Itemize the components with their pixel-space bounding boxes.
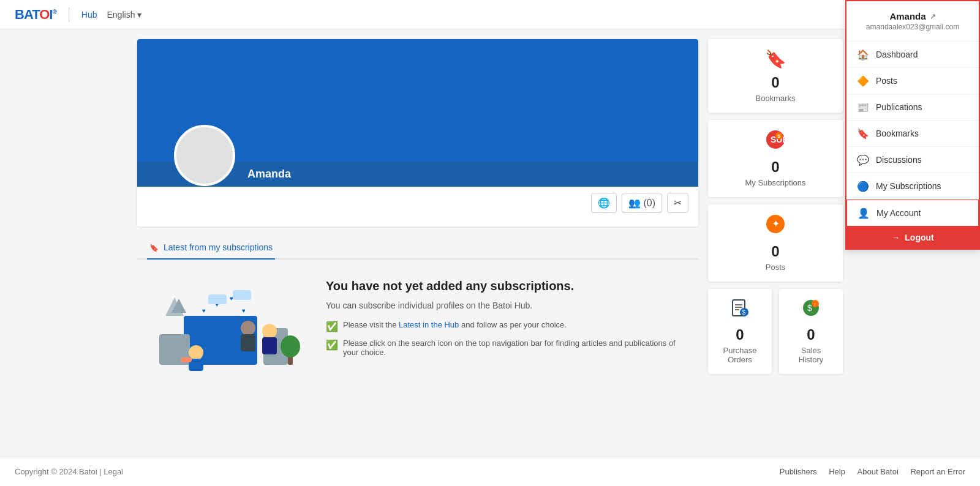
check-icon-2: ✅ — [326, 339, 338, 351]
profile-card: Amanda 🌐 👥 (0) ✂ — [137, 39, 698, 226]
dropdown-username: Amanda ↗ — [856, 11, 969, 21]
svg-text:$: $ — [807, 303, 812, 313]
main-container: Amanda 🌐 👥 (0) ✂ 🔖 Latest from my subscr… — [123, 29, 858, 408]
hub-link[interactable]: Hub — [81, 10, 97, 20]
purchase-orders-stat-card: $ 0 Purchase Orders — [708, 289, 772, 374]
empty-text: You have not yet added any subscriptions… — [326, 279, 688, 363]
sales-history-label: Sales History — [789, 346, 833, 364]
illustration: ♥ ♥ ♥ ♥ — [147, 279, 306, 379]
purchase-icon-svg: $ — [731, 299, 749, 317]
profile-name: Amanda — [247, 168, 291, 180]
dashboard-icon: 🏠 — [856, 48, 870, 61]
publishers-link[interactable]: Publishers — [780, 467, 817, 476]
svg-rect-6 — [181, 357, 192, 362]
avatar-wrapper — [174, 125, 235, 186]
menu-item-posts[interactable]: 🔶 Posts — [846, 68, 979, 94]
menu-item-bookmarks[interactable]: 🔖 Bookmarks — [846, 121, 979, 147]
svg-text:✦: ✦ — [772, 219, 780, 229]
subscriptions-illustration: ♥ ♥ ♥ ♥ — [147, 279, 306, 377]
bottom-stats-row: $ 0 Purchase Orders $ ↑ — [708, 289, 843, 374]
posts-count: 0 — [771, 243, 779, 260]
svg-point-4 — [189, 345, 203, 360]
bookmarks-count: 0 — [771, 74, 779, 91]
publications-icon: 📰 — [856, 100, 870, 114]
latest-hub-link[interactable]: Latest in the Hub — [399, 320, 459, 329]
subscriptions-count: 0 — [771, 159, 779, 176]
navbar: BATOI® Hub English ▾ 🔍 Amanda ↗ — [0, 0, 980, 29]
posts-icon-svg: ✦ — [766, 214, 785, 234]
empty-para: You can subscribe individual profiles on… — [326, 301, 688, 310]
brand: BATOI® Hub — [15, 7, 107, 23]
svg-rect-16 — [233, 290, 251, 300]
menu-item-my-account[interactable]: 👤 My Account — [846, 200, 979, 226]
posts-stat-icon: ✦ — [766, 214, 785, 238]
profile-banner — [137, 39, 698, 162]
about-link[interactable]: About Batoi — [858, 467, 899, 476]
globe-button[interactable]: 🌐 — [591, 193, 617, 213]
svg-rect-10 — [241, 334, 255, 351]
discussions-icon: 💬 — [856, 153, 870, 166]
hint-1: ✅ Please visit the Latest in the Hub and… — [326, 320, 688, 332]
profile-actions: 🌐 👥 (0) ✂ — [137, 187, 698, 219]
avatar — [174, 125, 235, 186]
help-link[interactable]: Help — [829, 467, 845, 476]
tab-subscriptions[interactable]: 🔖 Latest from my subscriptions — [147, 236, 275, 260]
bookmarks-stat-icon: 🔖 — [765, 49, 786, 69]
tab-bookmark-icon: 🔖 — [149, 244, 159, 252]
my-account-icon: 👤 — [857, 206, 870, 220]
hint-2: ✅ Please click on the search icon on the… — [326, 338, 688, 357]
dropdown-email: amandaalex023@gmail.com — [856, 23, 969, 31]
svg-text:♥: ♥ — [202, 307, 206, 314]
logout-button[interactable]: → Logout — [846, 226, 979, 249]
svg-rect-15 — [208, 294, 227, 304]
svg-point-9 — [241, 321, 255, 335]
sales-icon-svg: $ ↑ — [802, 299, 820, 317]
settings-button[interactable]: ✂ — [667, 193, 688, 213]
svg-rect-8 — [262, 337, 277, 354]
purchase-orders-label: Purchase Orders — [718, 346, 762, 364]
copyright: Copyright © 2024 Batoi | Legal — [15, 467, 123, 476]
menu-item-discussions[interactable]: 💬 Discussions — [846, 147, 979, 173]
svg-text:♥: ♥ — [242, 307, 246, 314]
svg-point-18 — [281, 335, 300, 357]
profile-section: Amanda 🌐 👥 (0) ✂ 🔖 Latest from my subscr… — [137, 39, 698, 398]
language-selector[interactable]: English ▾ — [107, 10, 142, 20]
sales-history-count: 0 — [807, 326, 815, 343]
user-dropdown-menu: Amanda ↗ amandaalex023@gmail.com 🏠 Dashb… — [845, 0, 980, 250]
sidebar: 🔖 0 Bookmarks SUB S 0 My — [708, 39, 843, 398]
footer-links: Publishers Help About Batoi Report an Er… — [770, 467, 965, 476]
sales-history-icon: $ ↑ — [802, 299, 820, 321]
bookmarks-menu-icon: 🔖 — [856, 127, 870, 140]
report-error-link[interactable]: Report an Error — [910, 467, 965, 476]
posts-stat-card: ✦ 0 Posts — [708, 204, 843, 282]
posts-icon: 🔶 — [856, 74, 870, 88]
svg-text:↑: ↑ — [813, 302, 816, 307]
subscriptions-label: My Subscriptions — [745, 178, 806, 187]
external-link-icon: ↗ — [930, 12, 936, 21]
bookmarks-label: Bookmarks — [755, 94, 795, 103]
check-icon-1: ✅ — [326, 321, 338, 332]
sales-history-stat-card: $ ↑ 0 Sales History — [779, 289, 843, 374]
my-subscriptions-icon: 🔵 — [856, 179, 870, 193]
menu-item-my-subscriptions[interactable]: 🔵 My Subscriptions — [846, 173, 979, 200]
connections-button[interactable]: 👥 (0) — [622, 193, 662, 213]
empty-heading: You have not yet added any subscriptions… — [326, 279, 688, 293]
subscriptions-stat-icon: SUB S — [766, 130, 785, 154]
menu-item-publications[interactable]: 📰 Publications — [846, 94, 979, 121]
svg-point-7 — [262, 324, 277, 338]
purchase-orders-icon: $ — [731, 299, 749, 321]
subs-icon-svg: SUB S — [766, 130, 785, 149]
svg-text:$: $ — [742, 309, 746, 316]
svg-text:S: S — [777, 133, 781, 139]
posts-label: Posts — [766, 263, 786, 272]
menu-item-dashboard[interactable]: 🏠 Dashboard — [846, 42, 979, 68]
logout-arrow-icon: → — [891, 233, 900, 242]
tabs-bar: 🔖 Latest from my subscriptions — [137, 236, 698, 260]
empty-state: ♥ ♥ ♥ ♥ — [137, 260, 698, 398]
footer: Copyright © 2024 Batoi | Legal Publisher… — [0, 457, 980, 486]
purchase-orders-count: 0 — [736, 326, 744, 343]
logo: BATOI® — [15, 7, 56, 23]
subscriptions-stat-card: SUB S 0 My Subscriptions — [708, 120, 843, 197]
dropdown-header: Amanda ↗ amandaalex023@gmail.com — [846, 1, 979, 42]
bookmarks-stat-card: 🔖 0 Bookmarks — [708, 39, 843, 113]
